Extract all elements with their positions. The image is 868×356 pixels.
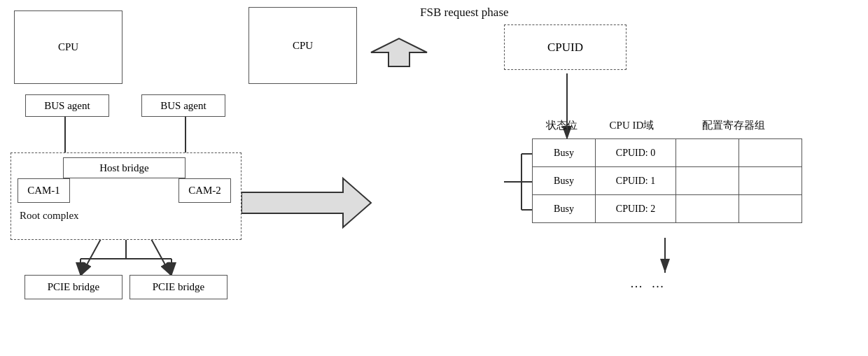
state-table: Busy CPUID: 0 Busy CPUID: 1 Busy CPUID: …	[532, 138, 802, 223]
col-headers: 状态位 CPU ID域 配置寄存器组	[532, 119, 794, 132]
big-arrow-to-cpu	[371, 38, 427, 66]
col-header-cpuid: CPU ID域	[592, 119, 672, 132]
config-0b	[739, 139, 802, 167]
status-2: Busy	[533, 195, 596, 223]
root-complex-label: Root complex	[20, 210, 79, 222]
table-row: Busy CPUID: 1	[533, 167, 802, 195]
left-cpu-label: CPU	[58, 41, 78, 53]
pcie2-label: PCIE bridge	[153, 281, 205, 293]
right-cpu-box: CPU	[248, 7, 357, 84]
host-bridge-box: Host bridge	[63, 157, 186, 178]
right-cpu-label: CPU	[293, 40, 313, 52]
left-bus-agent-box: BUS agent	[25, 94, 109, 117]
cam2-label: CAM-2	[188, 185, 221, 197]
status-1: Busy	[533, 167, 596, 195]
arrow-to-pcie2	[150, 238, 172, 276]
config-2b	[739, 195, 802, 223]
cpuid-1: CPUID: 1	[596, 167, 676, 195]
config-2a	[676, 195, 739, 223]
col-header-config: 配置寄存器组	[672, 119, 794, 132]
config-1b	[739, 167, 802, 195]
ellipsis-label: … …	[630, 276, 667, 291]
table-row: Busy CPUID: 2	[533, 195, 802, 223]
cpuid-2: CPUID: 2	[596, 195, 676, 223]
status-0: Busy	[533, 139, 596, 167]
pcie1-label: PCIE bridge	[48, 281, 100, 293]
big-arrow-right-main	[241, 178, 371, 227]
pcie1-box: PCIE bridge	[24, 275, 122, 299]
arrow-to-pcie1	[80, 238, 102, 276]
cam1-label: CAM-1	[27, 185, 60, 197]
cpuid-box: CPUID	[504, 24, 626, 70]
diagram: FSB request phase CPU BUS agent CPU BUS …	[0, 0, 868, 356]
left-cpu-box: CPU	[14, 10, 122, 84]
cam1-box: CAM-1	[18, 178, 70, 203]
host-bridge-label: Host bridge	[99, 162, 148, 174]
cam2-box: CAM-2	[178, 178, 231, 203]
left-bus-agent-label: BUS agent	[44, 100, 90, 112]
config-0a	[676, 139, 739, 167]
fsb-title: FSB request phase	[420, 6, 509, 20]
pcie2-box: PCIE bridge	[130, 275, 227, 299]
cpuid-label: CPUID	[547, 41, 583, 55]
config-1a	[676, 167, 739, 195]
right-bus-agent-label: BUS agent	[160, 100, 206, 112]
right-bus-agent-box: BUS agent	[141, 94, 225, 117]
cpuid-0: CPUID: 0	[596, 139, 676, 167]
col-header-status: 状态位	[532, 119, 592, 132]
table-row: Busy CPUID: 0	[533, 139, 802, 167]
